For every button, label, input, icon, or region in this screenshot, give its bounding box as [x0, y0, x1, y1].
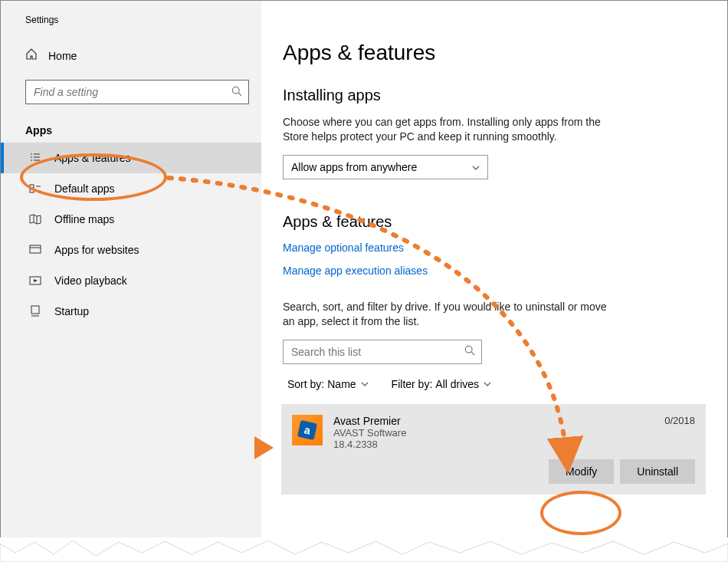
list-desc: Search, sort, and filter by drive. If yo…	[283, 300, 620, 329]
sidebar-home-label: Home	[48, 50, 77, 62]
uninstall-button[interactable]: Uninstall	[620, 459, 695, 484]
sidebar-item-label: Startup	[54, 305, 89, 317]
app-date: 0/2018	[664, 415, 695, 426]
svg-line-8	[471, 352, 474, 355]
install-source-dropdown[interactable]: Allow apps from anywhere	[283, 155, 488, 179]
website-icon	[28, 244, 42, 256]
chevron-down-icon	[484, 382, 491, 386]
app-name: Avast Premier	[333, 415, 654, 427]
svg-line-1	[238, 93, 241, 96]
svg-point-7	[465, 346, 472, 353]
search-icon	[231, 86, 242, 99]
sidebar-item-startup[interactable]: Startup	[1, 296, 261, 327]
svg-point-0	[232, 87, 239, 94]
filter-label: Filter by:	[392, 378, 433, 390]
sidebar-home[interactable]: Home	[1, 42, 261, 69]
sidebar-section-label: Apps	[1, 115, 261, 143]
defaults-icon	[28, 182, 42, 195]
map-icon	[28, 213, 42, 225]
list-filters: Sort by: Name Filter by: All drives	[283, 378, 706, 390]
main-panel: Apps & features Installing apps Choose w…	[261, 1, 727, 561]
svg-rect-3	[30, 189, 34, 192]
sort-label: Sort by:	[287, 378, 324, 390]
sidebar-item-offline-maps[interactable]: Offline maps	[1, 204, 261, 235]
sidebar-item-video-playback[interactable]: Video playback	[1, 265, 261, 296]
install-source-value: Allow apps from anywhere	[291, 161, 417, 173]
search-icon	[464, 345, 475, 358]
svg-rect-6	[31, 306, 39, 314]
sidebar-item-apps-websites[interactable]: Apps for websites	[1, 235, 261, 265]
chevron-down-icon	[472, 163, 480, 172]
window-title: Settings	[1, 15, 261, 42]
page-title: Apps & features	[283, 41, 706, 65]
app-publisher: AVAST Software	[333, 427, 654, 439]
sidebar-item-default-apps[interactable]: Default apps	[1, 173, 261, 204]
sidebar-item-apps-features[interactable]: Apps & features	[1, 143, 261, 173]
apps-features-heading: Apps & features	[283, 213, 706, 231]
sidebar-item-label: Apps for websites	[54, 244, 139, 256]
modify-button[interactable]: Modify	[549, 459, 614, 484]
sidebar-item-label: Offline maps	[54, 213, 114, 225]
sidebar-item-label: Apps & features	[54, 152, 131, 164]
installing-apps-desc: Choose where you can get apps from. Inst…	[283, 115, 620, 144]
sidebar: Settings Home Apps Apps & features Defau	[1, 1, 261, 561]
startup-icon	[28, 305, 42, 317]
manage-optional-link[interactable]: Manage optional features	[283, 242, 404, 254]
settings-window: Settings Home Apps Apps & features Defau	[0, 0, 728, 562]
filter-dropdown[interactable]: All drives	[435, 378, 491, 390]
avast-icon: a	[292, 415, 323, 445]
search-list-input[interactable]	[291, 346, 464, 358]
installing-apps-heading: Installing apps	[283, 87, 706, 104]
list-icon	[28, 152, 42, 164]
manage-aliases-link[interactable]: Manage app execution aliases	[283, 265, 428, 277]
search-apps-list[interactable]	[283, 340, 482, 364]
sidebar-item-label: Video playback	[54, 274, 127, 287]
filter-value: All drives	[435, 378, 479, 390]
sidebar-item-label: Default apps	[54, 182, 115, 195]
sort-dropdown[interactable]: Name	[327, 378, 368, 390]
torn-edge	[0, 537, 728, 562]
sidebar-search[interactable]	[25, 80, 249, 104]
svg-rect-4	[30, 245, 41, 253]
search-input[interactable]	[34, 86, 231, 98]
chevron-down-icon	[361, 382, 369, 386]
app-row[interactable]: a Avast Premier AVAST Software 18.4.2338…	[281, 404, 706, 495]
sort-value: Name	[327, 378, 356, 390]
app-version: 18.4.2338	[333, 439, 654, 450]
home-icon	[25, 48, 38, 63]
svg-rect-2	[30, 185, 34, 188]
video-icon	[28, 274, 42, 287]
